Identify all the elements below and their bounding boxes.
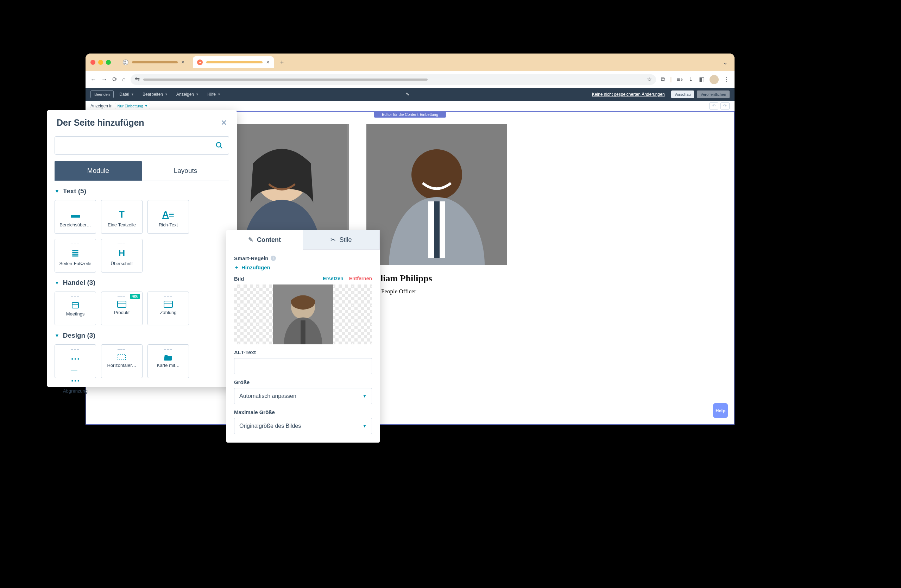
browser-tab-1[interactable]: × [118, 56, 189, 68]
tab-layouts[interactable]: Layouts [142, 161, 229, 181]
chevron-down-icon: ▼ [55, 280, 59, 285]
plus-icon: ＋ [234, 264, 239, 271]
image-preview[interactable] [234, 284, 372, 344]
canvas-ribbon-label: Editor für die Content-Einbettung [374, 111, 446, 118]
view-in-label: Anzeigen in: [90, 103, 114, 108]
person-role: Chief People Officer [366, 288, 507, 295]
window-minimize-icon[interactable] [98, 60, 103, 65]
nav-forward-icon[interactable]: → [101, 76, 108, 83]
tab-content[interactable]: ✎Content [226, 230, 303, 250]
divider-icon: | [670, 76, 672, 83]
new-tab-button[interactable]: + [280, 59, 284, 66]
image-thumbnail [273, 284, 333, 344]
remove-image-link[interactable]: Entfernen [349, 276, 372, 281]
chevron-down-icon: ▼ [55, 333, 59, 338]
view-in-select[interactable]: Nur Einbettung▼ [115, 103, 150, 109]
undo-button[interactable]: ↶ [709, 103, 718, 109]
module-meetings[interactable]: ┄┄┄Meetings [55, 292, 96, 325]
size-select[interactable]: Automatisch anpassen▼ [234, 388, 372, 404]
close-panel-icon[interactable]: ✕ [221, 118, 227, 128]
svg-rect-17 [118, 301, 126, 307]
menu-file[interactable]: Datei▼ [117, 90, 137, 98]
tabs-dropdown-icon[interactable]: ⌄ [723, 59, 728, 66]
section-design-header[interactable]: ▼Design (3) [55, 332, 229, 339]
module-search-input[interactable] [55, 136, 229, 154]
sidepanel-icon[interactable]: ◧ [699, 76, 705, 83]
svg-rect-19 [164, 301, 173, 307]
site-settings-icon[interactable]: ⇆ [135, 76, 140, 83]
svg-rect-21 [118, 354, 126, 360]
address-bar[interactable]: ⇆ ☆ [131, 74, 656, 85]
module-page-footer[interactable]: ┄┄┄≣Seiten-Fußzeile [55, 239, 96, 273]
window-close-icon[interactable] [90, 60, 95, 65]
profile-avatar-icon[interactable] [709, 75, 719, 84]
reading-list-icon[interactable]: ≡♪ [677, 76, 683, 83]
scissors-icon: ✂ [330, 236, 336, 244]
tab-modules[interactable]: Module [55, 161, 142, 181]
svg-point-11 [217, 143, 221, 147]
hubspot-icon: ✦ [197, 59, 203, 65]
size-label: Größe [234, 379, 372, 385]
edit-pencil-icon[interactable]: ✎ [406, 92, 409, 97]
window-controls [90, 60, 111, 65]
section-text-header[interactable]: ▼Text (5) [55, 187, 229, 195]
info-icon[interactable]: i [271, 256, 276, 261]
module-divider[interactable]: ┄┄┄⋯─⋯Abgrenzung [55, 344, 96, 378]
module-card[interactable]: ┄┄┄Karte mit… [148, 344, 189, 378]
max-size-label: Maximale Größe [234, 409, 372, 415]
new-badge: NEU [130, 294, 140, 299]
calendar-icon [71, 301, 80, 309]
module-payment[interactable]: ┄┄┄Zahlung [148, 292, 189, 325]
menu-edit[interactable]: Bearbeiten▼ [140, 90, 171, 98]
image-label: Bild [234, 276, 244, 282]
module-rich-text[interactable]: ┄┄┄A≡Rich-Text [148, 200, 189, 234]
module-properties-panel: ✎Content ✂Stile Smart-Regelni ＋Hinzufüge… [226, 230, 380, 443]
divider-icon: ⋯─⋯ [71, 354, 80, 386]
max-size-select[interactable]: Originalgröße des Bildes▼ [234, 418, 372, 434]
menu-help[interactable]: Hilfe▼ [204, 90, 223, 98]
module-horizontal-spacer[interactable]: ┄┄┄Horizontaler… [101, 344, 143, 378]
window-zoom-icon[interactable] [106, 60, 111, 65]
nav-back-icon[interactable]: ← [90, 76, 97, 83]
section-commerce-header[interactable]: ▼Handel (3) [55, 279, 229, 287]
help-button[interactable]: Help [713, 403, 728, 418]
kebab-menu-icon[interactable]: ⋮ [723, 76, 730, 83]
portrait-image [366, 124, 507, 265]
globe-icon [123, 59, 128, 65]
tab-close-icon[interactable]: × [181, 59, 184, 66]
svg-point-8 [412, 149, 462, 200]
pencil-icon: ✎ [248, 236, 253, 244]
exit-button[interactable]: Beenden [90, 90, 114, 98]
preview-button[interactable]: Vorschau [671, 90, 694, 98]
tab-close-icon[interactable]: × [266, 59, 269, 66]
alt-text-input[interactable] [234, 358, 372, 374]
module-section-header[interactable]: ┄┄┄▬Bereichsüber… [55, 200, 96, 234]
nav-reload-icon[interactable]: ⟳ [112, 76, 117, 83]
team-card-3[interactable]: William Philipps Chief People Officer [366, 124, 507, 295]
module-product[interactable]: NEU┄┄┄Produkt [101, 292, 143, 325]
app-menu-bar: Beenden Datei▼ Bearbeiten▼ Anzeigen▼ Hil… [86, 88, 734, 101]
browser-tab-2-active[interactable]: ✦ × [193, 56, 273, 68]
add-to-page-panel: Der Seite hinzufügen ✕ Module Layouts ▼T… [47, 110, 237, 387]
smart-rules-label: Smart-Regelni [234, 255, 372, 261]
folder-icon [164, 354, 173, 360]
svg-rect-24 [301, 320, 306, 344]
module-heading[interactable]: ┄┄┄HÜberschrift [101, 239, 143, 273]
save-status[interactable]: Keine nicht gespeicherten Änderungen [592, 92, 665, 97]
bookmark-star-icon[interactable]: ☆ [647, 76, 652, 83]
downloads-icon[interactable]: ⭳ [688, 76, 694, 83]
redo-button[interactable]: ↷ [720, 103, 730, 109]
publish-button[interactable]: Veröffentlichen [697, 90, 730, 98]
replace-image-link[interactable]: Ersetzen [323, 276, 343, 281]
module-single-line-text[interactable]: ┄┄┄TEine Textzeile [101, 200, 143, 234]
svg-line-12 [220, 147, 223, 148]
svg-rect-10 [434, 201, 440, 258]
extensions-icon[interactable]: ⧉ [661, 76, 665, 83]
tab-styles[interactable]: ✂Stile [303, 230, 380, 250]
browser-tab-strip: × ✦ × + ⌄ [86, 53, 734, 71]
browser-toolbar: ← → ⟳ ⌂ ⇆ ☆ ⧉ | ≡♪ ⭳ ◧ ⋮ [86, 71, 734, 88]
nav-home-icon[interactable]: ⌂ [122, 76, 126, 83]
menu-view[interactable]: Anzeigen▼ [173, 90, 202, 98]
rich-text-icon: A≡ [162, 209, 174, 220]
add-smart-rule-button[interactable]: ＋Hinzufügen [234, 264, 372, 271]
